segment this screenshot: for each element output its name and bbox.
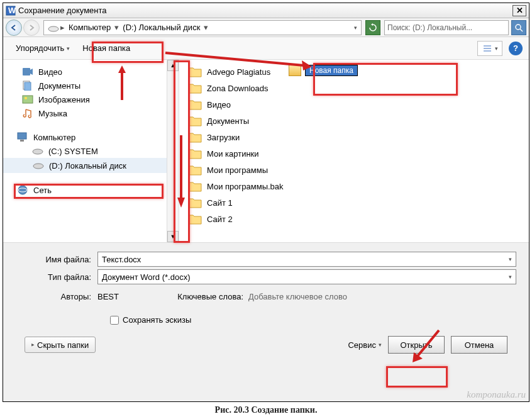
authors-label: Авторы: xyxy=(16,292,97,301)
sidebar-item-computer[interactable]: Компьютер xyxy=(3,130,167,144)
folder-item[interactable]: Мои программы xyxy=(187,162,521,178)
navbar: ▸ Компьютер ▾ (D:) Локальный диск ▾ ▾ xyxy=(3,18,529,37)
filename-field[interactable]: Текст.docx▾ xyxy=(97,252,516,267)
help-button[interactable]: ? xyxy=(509,42,523,55)
network-icon xyxy=(17,185,28,195)
folder-list: Advego PlagiatusZona DownloadsВидеоДокум… xyxy=(179,60,529,242)
chevron-down-icon[interactable]: ▾ xyxy=(354,25,357,31)
new-folder-editor: Новая папка xyxy=(284,60,422,87)
sidebar-item-documents[interactable]: Документы xyxy=(3,79,167,92)
computer-icon xyxy=(17,132,28,142)
form-area: Имя файла: Текст.docx▾ Тип файла: Докуме… xyxy=(3,242,529,365)
new-folder-name-input[interactable]: Новая папка xyxy=(305,65,358,76)
documents-icon xyxy=(22,81,33,91)
svg-rect-8 xyxy=(23,68,30,75)
folder-label: Мои картинки xyxy=(207,149,259,159)
open-button[interactable]: Открыть xyxy=(388,336,445,354)
folder-label: Документы xyxy=(207,116,249,126)
sidebar-item-drive-d[interactable]: (D:) Локальный диск xyxy=(3,158,167,173)
chevron-down-icon: ▾ xyxy=(495,45,498,52)
sidebar: Видео Документы Изображения Музыка Компь… xyxy=(3,60,167,242)
folder-label: Сайт 2 xyxy=(207,215,233,224)
filetype-label: Тип файла: xyxy=(16,272,97,282)
close-button[interactable]: ✕ xyxy=(513,5,526,16)
authors-value[interactable]: BEST xyxy=(97,292,173,301)
new-folder-button[interactable]: Новая папка xyxy=(76,40,136,57)
save-thumbs-checkbox[interactable] xyxy=(110,316,119,325)
scroll-up-button[interactable]: ▲ xyxy=(167,60,179,71)
chevron-down-icon[interactable]: ▾ xyxy=(509,256,512,262)
folder-icon xyxy=(289,65,301,76)
window-title: Сохранение документа xyxy=(18,6,513,15)
svg-line-4 xyxy=(520,29,523,31)
close-icon: ✕ xyxy=(516,6,523,15)
scroll-track[interactable] xyxy=(167,71,179,231)
folder-label: Мои программы.bak xyxy=(207,182,284,191)
breadcrumb[interactable]: ▸ Компьютер ▾ (D:) Локальный диск ▾ ▾ xyxy=(43,20,362,35)
organize-button[interactable]: Упорядочить▾ xyxy=(9,40,76,57)
folder-label: Мои программы xyxy=(207,165,268,175)
search-box[interactable] xyxy=(384,20,509,35)
svg-point-17 xyxy=(18,186,27,194)
chevron-down-icon: ▾ xyxy=(67,45,70,52)
music-icon xyxy=(22,108,33,118)
keywords-label: Ключевые слова: xyxy=(173,292,248,301)
scroll-down-button[interactable]: ▼ xyxy=(167,231,179,242)
keywords-value[interactable]: Добавьте ключевое слово xyxy=(248,292,347,301)
folder-item[interactable]: Мои программы.bak xyxy=(187,178,521,194)
sidebar-item-drive-c[interactable]: (C:) SYSTEM xyxy=(3,144,167,158)
chevron-right-icon: ▸ xyxy=(59,23,66,32)
hide-folders-button[interactable]: ▴Скрыть папки xyxy=(25,337,96,353)
folder-icon xyxy=(188,99,202,110)
folder-item[interactable]: Мои картинки xyxy=(187,145,521,162)
svg-point-16 xyxy=(33,164,43,169)
sidebar-item-video[interactable]: Видео xyxy=(3,65,167,79)
chevron-down-icon: ▾ xyxy=(379,342,382,348)
sidebar-item-network[interactable]: Сеть xyxy=(3,183,167,197)
folder-icon xyxy=(188,115,202,126)
crumb-drive[interactable]: (D:) Локальный диск xyxy=(120,23,202,32)
folder-icon xyxy=(188,82,202,94)
folder-label: Сайт 1 xyxy=(207,198,233,208)
svg-point-2 xyxy=(48,26,58,31)
folder-item[interactable]: Документы xyxy=(187,113,521,129)
titlebar: W Сохранение документа ✕ xyxy=(3,3,529,18)
crumb-computer[interactable]: Компьютер xyxy=(66,23,113,32)
folder-item[interactable]: Видео xyxy=(187,96,521,113)
folder-label: Видео xyxy=(207,100,231,109)
toolbar: Упорядочить▾ Новая папка ▾ ? xyxy=(3,37,529,60)
metadata-row: Авторы: BEST Ключевые слова: Добавьте кл… xyxy=(16,287,516,304)
cancel-button[interactable]: Отмена xyxy=(451,336,507,354)
chevron-down-icon[interactable]: ▾ xyxy=(113,23,120,32)
back-button[interactable] xyxy=(6,20,22,36)
service-button[interactable]: Сервис▾ xyxy=(348,340,382,350)
chevron-down-icon[interactable]: ▾ xyxy=(509,274,512,280)
search-input[interactable] xyxy=(387,23,506,32)
sidebar-item-images[interactable]: Изображения xyxy=(3,92,167,106)
view-icon xyxy=(482,45,492,52)
view-button[interactable]: ▾ xyxy=(477,41,502,56)
svg-point-12 xyxy=(25,97,27,99)
folder-item[interactable]: Сайт 1 xyxy=(187,194,521,211)
images-icon xyxy=(22,94,33,104)
sidebar-item-music[interactable]: Музыка xyxy=(3,106,167,120)
drive-icon xyxy=(48,23,59,32)
folder-label: Advego Plagiatus xyxy=(207,67,270,77)
folder-icon xyxy=(188,213,202,225)
refresh-button[interactable] xyxy=(365,20,380,35)
folder-item[interactable]: Сайт 2 xyxy=(187,211,521,227)
drive-icon xyxy=(32,146,43,156)
save-dialog: W Сохранение документа ✕ ▸ Компьютер ▾ (… xyxy=(3,3,529,402)
chevron-down-icon[interactable]: ▾ xyxy=(202,23,209,32)
folder-label: Загрузки xyxy=(207,133,240,142)
search-button[interactable] xyxy=(511,20,526,35)
forward-button[interactable] xyxy=(23,20,40,36)
filetype-field[interactable]: Документ Word (*.docx)▾ xyxy=(97,269,516,284)
folder-icon xyxy=(188,66,202,77)
folder-icon xyxy=(188,131,202,143)
sidebar-scrollbar[interactable]: ▲ ▼ xyxy=(167,60,179,242)
figure-caption: Рис. 20.3 Создание папки. xyxy=(0,405,532,415)
folder-item[interactable]: Загрузки xyxy=(187,129,521,145)
svg-point-3 xyxy=(516,25,521,30)
folder-icon xyxy=(188,181,202,192)
